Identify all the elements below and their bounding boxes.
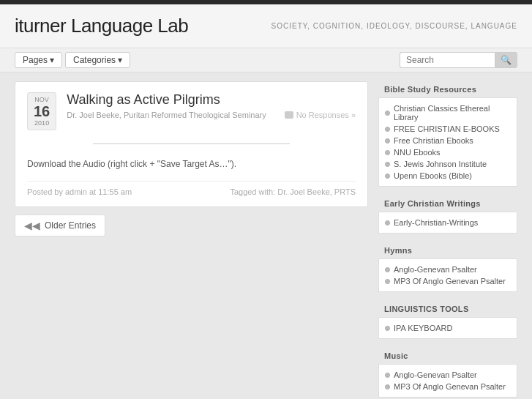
sidebar-section-heading: LINGUISTICS TOOLS xyxy=(378,301,517,318)
bullet-icon xyxy=(385,326,390,331)
sidebar-link[interactable]: MP3 Of Anglo Genevan Psalter xyxy=(394,382,506,391)
sidebar-link[interactable]: Free Christian Ebooks xyxy=(394,136,473,145)
date-day: 16 xyxy=(34,103,50,119)
older-entries-label: Older Entries xyxy=(45,220,96,231)
site-title: iturner Language Lab xyxy=(15,15,188,37)
footer-posted: Posted by admin at 11:55 am xyxy=(27,187,132,196)
sidebar-section: Early Christian WritingsEarly-Christian-… xyxy=(378,195,517,234)
sidebar-link[interactable]: Christian Classics Ethereal Library xyxy=(394,104,511,122)
sidebar-section-heading: Music xyxy=(378,348,517,365)
bullet-icon xyxy=(385,279,390,284)
list-item: Upenn Ebooks (Bible) xyxy=(385,170,511,182)
search-button[interactable]: 🔍 xyxy=(495,52,517,68)
search-wrap: 🔍 xyxy=(400,52,517,68)
sidebar-link[interactable]: IPA KEYBOARD xyxy=(394,324,453,332)
date-month: Nov xyxy=(34,96,50,103)
sidebar-list: Early-Christian-Writings xyxy=(378,212,517,234)
list-item: MP3 Of Anglo Genevan Psalter xyxy=(385,381,511,392)
article-author: Dr. Joel Beeke, Puritan Reformed Theolog… xyxy=(67,111,266,119)
sidebar-section: Bible Study ResourcesChristian Classics … xyxy=(378,81,517,187)
main-layout: Nov 16 2010 Walking as Active Pilgrims D… xyxy=(0,72,532,399)
sidebar-link[interactable]: Early-Christian-Writings xyxy=(394,218,478,227)
list-item: Anglo-Genevan Psalter xyxy=(385,369,511,381)
pages-button[interactable]: Pages ▾ xyxy=(15,52,62,68)
sidebar-link[interactable]: FREE CHRISTIAN E-BOOKS xyxy=(394,124,500,133)
article-meta: Dr. Joel Beeke, Puritan Reformed Theolog… xyxy=(67,111,356,119)
search-icon: 🔍 xyxy=(501,55,512,65)
bullet-icon xyxy=(385,138,390,143)
bullet-icon xyxy=(385,220,390,225)
sidebar-section: LINGUISTICS TOOLSIPA KEYBOARD xyxy=(378,301,517,339)
sidebar-link[interactable]: Upenn Ebooks (Bible) xyxy=(394,171,472,180)
sidebar-list: Christian Classics Ethereal LibraryFREE … xyxy=(378,98,517,187)
bullet-icon xyxy=(385,111,390,116)
date-box: Nov 16 2010 xyxy=(27,92,56,130)
sidebar-list: Anglo-Genevan PsalterMP3 Of Anglo Geneva… xyxy=(378,259,517,292)
list-item: MP3 Of Anglo Genevan Psalter xyxy=(385,275,511,287)
sidebar-link[interactable]: S. Jewis Johnson Institute xyxy=(394,160,487,168)
bullet-icon xyxy=(385,162,390,167)
search-input[interactable] xyxy=(400,52,495,68)
bullet-icon xyxy=(385,127,390,132)
article-title-wrap: Walking as Active Pilgrims Dr. Joel Beek… xyxy=(67,92,356,119)
list-item: FREE CHRISTIAN E-BOOKS xyxy=(385,123,511,135)
sidebar-list: IPA KEYBOARD xyxy=(378,318,517,339)
list-item: Christian Classics Ethereal Library xyxy=(385,102,511,123)
bullet-icon xyxy=(385,384,390,389)
article-footer: Posted by admin at 11:55 am Tagged with:… xyxy=(27,181,356,196)
sidebar-section: MusicAnglo-Genevan PsalterMP3 Of Anglo G… xyxy=(378,348,517,398)
bullet-icon xyxy=(385,174,390,179)
article-title[interactable]: Walking as Active Pilgrims xyxy=(67,92,356,108)
bullet-icon xyxy=(385,150,390,155)
content-area: Nov 16 2010 Walking as Active Pilgrims D… xyxy=(15,81,368,399)
sidebar-link[interactable]: MP3 Of Anglo Genevan Psalter xyxy=(394,277,506,286)
header: iturner Language Lab SOCIETY, COGNITION,… xyxy=(0,4,532,48)
bullet-icon xyxy=(385,373,390,378)
article-divider xyxy=(93,143,290,144)
sidebar-section-heading: Bible Study Resources xyxy=(378,81,517,98)
sidebar-section-heading: Early Christian Writings xyxy=(378,195,517,212)
sidebar-link[interactable]: NNU Ebooks xyxy=(394,148,441,157)
sidebar-link[interactable]: Anglo-Genevan Psalter xyxy=(394,265,477,274)
sidebar-list: Anglo-Genevan PsalterMP3 Of Anglo Geneva… xyxy=(378,365,517,398)
chevron-down-icon: ▾ xyxy=(50,55,54,65)
list-item: Early-Christian-Writings xyxy=(385,217,511,228)
footer-tagged: Tagged with: Dr. Joel Beeke, PRTS xyxy=(230,187,356,196)
date-year: 2010 xyxy=(34,119,50,127)
sidebar-section-heading: Hymns xyxy=(378,242,517,259)
list-item: Anglo-Genevan Psalter xyxy=(385,264,511,275)
sidebar: Bible Study ResourcesChristian Classics … xyxy=(378,81,517,399)
sidebar-link[interactable]: Anglo-Genevan Psalter xyxy=(394,370,477,379)
article-header: Nov 16 2010 Walking as Active Pilgrims D… xyxy=(27,92,356,130)
categories-button[interactable]: Categories ▾ xyxy=(65,52,130,68)
sidebar-section: HymnsAnglo-Genevan PsalterMP3 Of Anglo G… xyxy=(378,242,517,292)
older-entries-button[interactable]: ◀◀ Older Entries xyxy=(15,215,105,236)
bullet-icon xyxy=(385,267,390,272)
article-responses: No Responses » xyxy=(285,111,356,119)
list-item: IPA KEYBOARD xyxy=(385,322,511,334)
arrow-left-icon: ◀◀ xyxy=(24,220,40,231)
list-item: S. Jewis Johnson Institute xyxy=(385,158,511,170)
bubble-icon xyxy=(285,111,293,119)
list-item: NNU Ebooks xyxy=(385,146,511,158)
article-body: Download the Audio (right click + "Save … xyxy=(27,157,356,171)
chevron-down-icon: ▾ xyxy=(118,55,122,65)
list-item: Free Christian Ebooks xyxy=(385,135,511,146)
article-card: Nov 16 2010 Walking as Active Pilgrims D… xyxy=(15,81,368,207)
nav-left: Pages ▾ Categories ▾ xyxy=(15,52,130,68)
nav-bar: Pages ▾ Categories ▾ 🔍 xyxy=(0,48,532,72)
tagline: SOCIETY, COGNITION, IDEOLOGY, DISCOURSE,… xyxy=(271,22,517,30)
